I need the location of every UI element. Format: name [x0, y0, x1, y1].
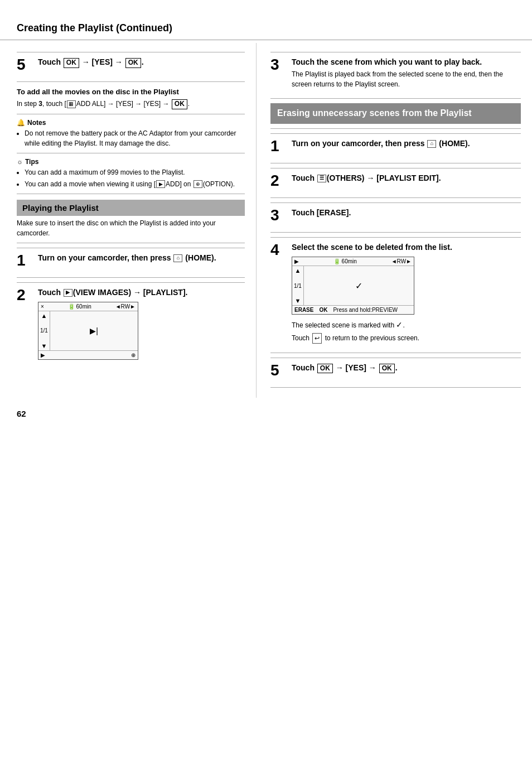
screen-bottom-bar-erase: ERASE OK Press and hold:PREVIEW	[292, 305, 414, 314]
main-content: 5 Touch OK → [YES] → OK. To add all the …	[0, 43, 532, 398]
screen-mockup-left: × 🔋 60min ◄RW► ▲ 1/1 ▼ ▶|	[38, 302, 138, 360]
home-icon: ⌂	[173, 254, 182, 262]
step4-erase-label: Select the scene to be deleted from the …	[292, 242, 521, 252]
notes-list: Do not remove the battery pack or the AC…	[17, 128, 245, 148]
screen-body-left: ▲ 1/1 ▼ ▶|	[38, 311, 138, 350]
view-images-icon: ▶	[64, 289, 72, 297]
divider-r7	[270, 387, 521, 388]
step5-left-num: 5	[17, 57, 33, 73]
notes-label: 🔔 Notes	[17, 119, 245, 127]
btn-down-erase: ▼	[295, 297, 301, 304]
step1-erase: 1 Turn on your camcorder, then press ⌂ (…	[270, 133, 521, 158]
step4-erase: 4 Select the scene to be deleted from th…	[270, 237, 521, 348]
ok-btn-r2: OK	[379, 364, 395, 374]
screen-bottom-play: ▶	[41, 352, 45, 358]
right-column: 3 Touch the scene from which you want to…	[257, 43, 532, 398]
divider-6	[17, 277, 245, 278]
step3-right-label: Touch the scene from which you want to p…	[292, 57, 521, 67]
btn-up-erase: ▲	[295, 267, 301, 274]
divider-r4	[270, 197, 521, 198]
step2-left-play: 2 Touch ▶(VIEW IMAGES) → [PLAYLIST]. × 🔋…	[17, 282, 245, 369]
ok-btn-screen: OK	[319, 307, 327, 313]
counter-left: 1/1	[40, 327, 48, 334]
btn-up-left: ▲	[41, 312, 47, 319]
screen-bottom-bar-left: ▶ ⊕	[38, 350, 138, 359]
ok-btn-2: OK	[125, 58, 141, 68]
step2-erase: 2 Touch ☰(OTHERS) → [PLAYLIST EDIT].	[270, 168, 521, 193]
notes-item-1: Do not remove the battery pack or the AC…	[25, 128, 245, 148]
step2-erase-label: Touch ☰(OTHERS) → [PLAYLIST EDIT].	[292, 173, 521, 183]
left-column: 5 Touch OK → [YES] → OK. To add all the …	[0, 43, 257, 398]
screen-mockup-erase: ▶ 🔋 60min ◄RW► ▲ 1/1 ▼ ✓	[292, 257, 414, 315]
playing-playlist-intro: Make sure to insert the disc on which th…	[17, 218, 245, 238]
screen-body-erase: ▲ 1/1 ▼ ✓	[292, 266, 414, 305]
step3-erase: 3 Touch [ERASE].	[270, 202, 521, 228]
step1-erase-num: 1	[270, 138, 287, 154]
screen-top-bar-erase: ▶ 🔋 60min ◄RW►	[292, 257, 414, 266]
step2-left-label: Touch ▶(VIEW IMAGES) → [PLAYLIST].	[38, 287, 245, 297]
divider-r5	[270, 232, 521, 233]
divider-5	[17, 243, 245, 243]
tips-item-1: You can add a maximum of 999 movies to t…	[25, 167, 245, 177]
screen-side-btns-left: ▲ 1/1 ▼	[38, 311, 50, 350]
divider-2	[17, 114, 245, 114]
divider-r6	[270, 353, 521, 353]
page: Creating the Playlist (Continued) 5 Touc…	[0, 11, 532, 424]
ok-btn-1: OK	[64, 58, 79, 68]
step2-left-content: Touch ▶(VIEW IMAGES) → [PLAYLIST]. × 🔋 6…	[38, 287, 245, 364]
step3-erase-num: 3	[270, 208, 287, 223]
screen-x-btn: ×	[41, 303, 44, 310]
divider-r3	[270, 163, 521, 163]
page-number: 62	[0, 398, 532, 418]
screen-rw-left: ◄RW►	[115, 303, 136, 310]
playing-playlist-heading: Playing the Playlist	[17, 200, 245, 216]
add-all-heading: To add all the movies on the disc in the…	[17, 88, 245, 96]
step3-right-num: 3	[270, 57, 287, 73]
step2-erase-num: 2	[270, 173, 287, 189]
add-all-body: In step 3, touch [▦ADD ALL] → [YES] → [Y…	[17, 99, 245, 109]
step5-left: 5 Touch OK → [YES] → OK.	[17, 52, 245, 77]
tips-item-2: You can add a movie when viewing it usin…	[25, 179, 245, 189]
screen-content-left: ▶|	[50, 311, 138, 350]
tips-icon: ☼	[17, 158, 23, 166]
erase-btn: ERASE	[294, 307, 313, 313]
divider-4	[17, 194, 245, 194]
checkmark-erase: ✓	[355, 281, 362, 291]
step5-erase-content: Touch OK → [YES] → OK.	[292, 363, 521, 376]
step2-left-num: 2	[17, 287, 33, 303]
step1-erase-label: Turn on your camcorder, then press ⌂ (HO…	[292, 138, 521, 148]
tips-list: You can add a maximum of 999 movies to t…	[17, 167, 245, 189]
step4-desc3: Touch ↩ to return to the previous screen…	[292, 333, 521, 344]
screen-bottom-option: ⊕	[131, 352, 136, 358]
screen-battery-erase: 🔋 60min	[333, 258, 357, 264]
screen-top-bar-left: × 🔋 60min ◄RW►	[38, 302, 138, 311]
step5-left-content: Touch OK → [YES] → OK.	[38, 57, 245, 70]
btn-down-left: ▼	[41, 343, 47, 349]
add-icon: ▶	[156, 180, 165, 188]
counter-erase: 1/1	[294, 283, 302, 289]
step4-erase-num: 4	[270, 242, 287, 258]
step1-left-label: Turn on your camcorder, then press ⌂ (HO…	[38, 253, 245, 263]
step1-left-content: Turn on your camcorder, then press ⌂ (HO…	[38, 253, 245, 265]
notes-section: 🔔 Notes Do not remove the battery pack o…	[17, 119, 245, 148]
step1-left-num: 1	[17, 253, 33, 268]
step5-left-label: Touch OK → [YES] → OK.	[38, 57, 245, 68]
page-title: Creating the Playlist (Continued)	[0, 17, 532, 40]
step3-right-content: Touch the scene from which you want to p…	[292, 57, 521, 89]
screen-side-btns-erase: ▲ 1/1 ▼	[292, 266, 304, 305]
tips-section: ☼ Tips You can add a maximum of 999 movi…	[17, 158, 245, 189]
screen-content-erase: ✓	[304, 266, 414, 305]
step3-erase-label: Touch [ERASE].	[292, 208, 521, 218]
step3-right-play: 3 Touch the scene from which you want to…	[270, 52, 521, 94]
ok-btn-r1: OK	[317, 364, 333, 374]
add-all-icon: ▦	[67, 100, 76, 108]
step4-erase-content: Select the scene to be deleted from the …	[292, 242, 521, 344]
step5-erase: 5 Touch OK → [YES] → OK.	[270, 358, 521, 383]
step1-erase-content: Turn on your camcorder, then press ⌂ (HO…	[292, 138, 521, 151]
screen-battery-left: 🔋 60min	[68, 303, 91, 310]
screen-rw-erase: ◄RW►	[391, 258, 412, 264]
others-icon: ☰	[317, 175, 326, 182]
step5-erase-num: 5	[270, 363, 287, 378]
notes-icon: 🔔	[17, 119, 25, 127]
step3-right-desc: The Playlist is played back from the sel…	[292, 69, 521, 89]
